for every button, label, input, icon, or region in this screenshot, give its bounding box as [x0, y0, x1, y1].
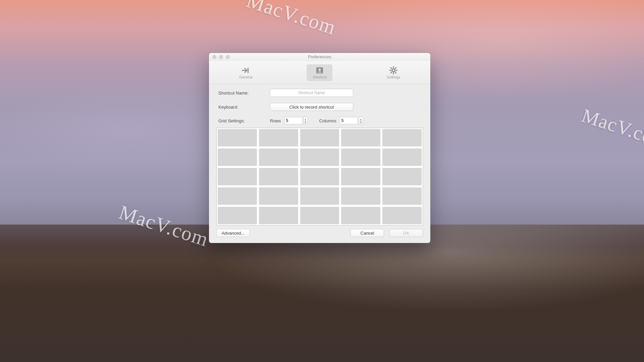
- ok-button[interactable]: OK: [389, 229, 423, 237]
- arrow-right-bar-icon: [241, 66, 251, 75]
- preferences-body: Shortcut Name: Keyboard: Click to record…: [209, 84, 430, 243]
- record-shortcut-button[interactable]: Click to record shortcut: [270, 103, 353, 111]
- keyboard-label: Keyboard:: [216, 105, 270, 110]
- columns-input[interactable]: [340, 117, 358, 124]
- advanced-button[interactable]: Advanced...: [216, 229, 250, 237]
- grid-cell[interactable]: [382, 207, 422, 224]
- window-zoom-button[interactable]: [226, 55, 230, 59]
- window-minimize-button[interactable]: [219, 55, 223, 59]
- contact-card-icon: [315, 66, 324, 75]
- chevron-up-icon: ▲: [304, 118, 307, 121]
- columns-stepper[interactable]: ▲ ▼: [340, 117, 363, 124]
- rows-stepper-arrows[interactable]: ▲ ▼: [303, 117, 308, 124]
- grid-cell[interactable]: [300, 129, 339, 146]
- grid-cell[interactable]: [341, 168, 380, 185]
- grid-cell[interactable]: [218, 129, 257, 146]
- svg-line-10: [395, 68, 396, 69]
- grid-cell[interactable]: [300, 207, 339, 224]
- grid-cell[interactable]: [218, 207, 257, 224]
- cancel-button[interactable]: Cancel: [351, 229, 384, 237]
- chevron-up-icon: ▲: [360, 118, 362, 121]
- grid-cell[interactable]: [218, 168, 257, 185]
- columns-stepper-arrows[interactable]: ▲ ▼: [359, 117, 363, 124]
- grid-cell[interactable]: [259, 168, 298, 185]
- shortcut-name-label: Shortcut Name:: [216, 90, 270, 96]
- grid-settings-label: Grid Settings:: [216, 118, 270, 123]
- svg-line-9: [395, 72, 396, 73]
- rows-input[interactable]: [284, 117, 303, 124]
- grid-cell[interactable]: [382, 148, 422, 166]
- grid-cell[interactable]: [259, 207, 298, 224]
- rows-label: Rows: [270, 118, 281, 123]
- svg-line-11: [391, 72, 392, 73]
- grid-cell[interactable]: [300, 168, 339, 185]
- columns-label: Columns: [319, 118, 336, 123]
- grid-cell[interactable]: [259, 129, 298, 146]
- grid-cell[interactable]: [300, 187, 339, 205]
- preferences-toolbar: General Shortcut: [209, 61, 430, 84]
- svg-line-8: [391, 68, 392, 69]
- chevron-down-icon: ▼: [304, 121, 307, 123]
- chevron-down-icon: ▼: [360, 121, 362, 123]
- tab-settings[interactable]: Settings: [357, 62, 430, 84]
- grid-cell[interactable]: [341, 207, 380, 224]
- watermark: MacV.com: [579, 104, 644, 153]
- grid-cell[interactable]: [382, 168, 422, 185]
- grid-cell[interactable]: [382, 187, 422, 205]
- preferences-window: Preferences General: [209, 53, 430, 243]
- tab-label: Settings: [387, 75, 400, 79]
- grid-cell[interactable]: [382, 129, 422, 146]
- svg-point-2: [319, 69, 321, 71]
- grid-cell[interactable]: [218, 187, 257, 205]
- grid-cell[interactable]: [341, 148, 380, 166]
- tab-general[interactable]: General: [209, 62, 283, 84]
- svg-point-3: [392, 69, 395, 72]
- rows-stepper[interactable]: ▲ ▼: [284, 117, 308, 124]
- shortcut-name-input[interactable]: [270, 89, 353, 97]
- window-titlebar: Preferences: [209, 53, 430, 61]
- watermark: MacV.com: [116, 201, 211, 251]
- window-close-button[interactable]: [212, 55, 216, 59]
- grid-cell[interactable]: [341, 129, 380, 146]
- window-title: Preferences: [308, 54, 331, 59]
- grid-cell[interactable]: [259, 187, 298, 205]
- tab-label: General: [239, 75, 252, 79]
- grid-cell[interactable]: [341, 187, 380, 205]
- svg-rect-0: [248, 68, 249, 73]
- grid-cell[interactable]: [218, 148, 257, 166]
- grid-cell[interactable]: [259, 148, 298, 166]
- grid-cell[interactable]: [300, 148, 339, 166]
- tab-shortcut[interactable]: Shortcut: [283, 62, 357, 84]
- watermark: MacV.com: [244, 0, 339, 40]
- tab-label: Shortcut: [313, 75, 326, 79]
- window-traffic-lights: [212, 55, 230, 59]
- grid-preview: [216, 128, 423, 226]
- gear-icon: [389, 66, 398, 75]
